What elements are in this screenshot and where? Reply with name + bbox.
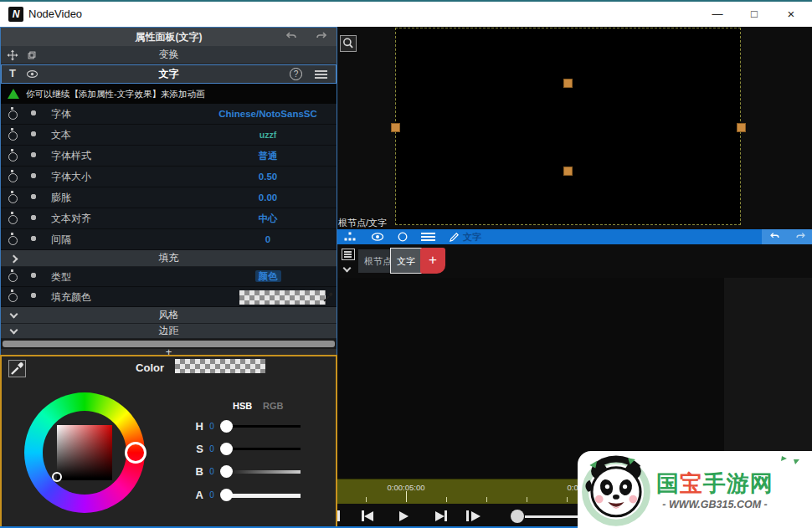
- gear-icon[interactable]: [31, 152, 36, 157]
- preview-canvas[interactable]: [395, 28, 741, 225]
- edit-pencil-icon[interactable]: [449, 232, 460, 243]
- leaf-icon: [779, 454, 800, 469]
- keyframe-clock-icon[interactable]: [8, 110, 18, 120]
- property-value[interactable]: 中心: [205, 208, 331, 229]
- skip-to-start-button[interactable]: [362, 510, 373, 522]
- section-text[interactable]: T 文字 ?: [1, 64, 337, 84]
- section-fill[interactable]: 填充: [1, 250, 337, 267]
- slider-knob[interactable]: [220, 443, 233, 455]
- redo-icon[interactable]: [315, 30, 330, 44]
- keyframe-clock-icon[interactable]: [8, 236, 18, 245]
- layers-menu-icon[interactable]: [421, 233, 435, 234]
- keyframe-clock-icon[interactable]: [8, 152, 18, 161]
- slider-track[interactable]: [229, 470, 301, 474]
- section-style[interactable]: 风格: [1, 307, 337, 324]
- property-value[interactable]: uzzf: [205, 125, 331, 146]
- saturation-selector[interactable]: [52, 472, 62, 482]
- brightness-slider[interactable]: [220, 464, 304, 479]
- slider-value[interactable]: 0: [203, 444, 220, 454]
- step-forward-button[interactable]: [466, 510, 481, 522]
- eyedropper-button[interactable]: [8, 360, 26, 377]
- selection-handle-bottom[interactable]: [563, 167, 573, 176]
- node-tabs-row: 根节点 文字 +: [337, 244, 812, 278]
- fill-color-swatch[interactable]: [239, 290, 326, 305]
- gear-icon[interactable]: [31, 215, 36, 220]
- circle-icon[interactable]: [398, 232, 408, 242]
- property-row-expand[interactable]: 膨胀 0.00: [1, 187, 337, 208]
- property-row-text[interactable]: 文本 uzzf: [1, 125, 337, 146]
- keyframe-clock-icon[interactable]: [8, 293, 18, 302]
- close-button[interactable]: ×: [777, 2, 805, 27]
- property-value[interactable]: 0.00: [205, 187, 331, 208]
- undo-icon[interactable]: [285, 30, 300, 44]
- gear-icon[interactable]: [31, 194, 36, 199]
- property-row-fill-color[interactable]: 填充颜色: [1, 287, 337, 307]
- slider-value[interactable]: 0: [203, 467, 220, 476]
- gear-icon[interactable]: [31, 110, 36, 115]
- slider-value[interactable]: 0: [203, 422, 220, 431]
- zoom-tool-icon[interactable]: [340, 35, 357, 52]
- node-list-button[interactable]: [340, 247, 360, 275]
- skip-to-end-button[interactable]: [435, 510, 447, 522]
- slider-row-a: A 0: [190, 487, 304, 502]
- property-row-fill-type[interactable]: 类型 颜色: [1, 267, 337, 287]
- property-value[interactable]: 普通: [205, 146, 331, 167]
- property-row-font-style[interactable]: 字体样式 普通: [1, 146, 337, 167]
- timeline-area[interactable]: [337, 278, 812, 479]
- property-row-align[interactable]: 文本对齐 中心: [1, 208, 337, 229]
- selection-handle-left[interactable]: [391, 123, 400, 132]
- gear-icon[interactable]: [31, 273, 36, 278]
- eyedropper-icon[interactable]: [322, 291, 334, 303]
- tab-rgb[interactable]: RGB: [263, 401, 283, 411]
- add-node-button[interactable]: +: [420, 248, 445, 274]
- property-value[interactable]: 0: [205, 229, 331, 250]
- tab-hsb[interactable]: HSB: [233, 401, 252, 411]
- property-row-font-size[interactable]: 字体大小 0.50: [1, 167, 337, 187]
- gear-icon[interactable]: [31, 131, 36, 136]
- play-button[interactable]: [399, 510, 409, 522]
- gear-icon[interactable]: [31, 173, 36, 178]
- selection-handle-right[interactable]: [737, 123, 746, 132]
- slider-knob[interactable]: [220, 465, 233, 478]
- slider-knob[interactable]: [220, 489, 233, 501]
- scrub-slider-knob[interactable]: [511, 510, 524, 523]
- node-tree-icon[interactable]: [344, 232, 356, 242]
- slider-track[interactable]: [229, 448, 301, 450]
- selection-handle-top[interactable]: [563, 79, 573, 88]
- current-color-swatch[interactable]: [175, 359, 265, 373]
- property-value[interactable]: 颜色: [205, 267, 331, 285]
- keyframe-clock-icon[interactable]: [8, 173, 18, 182]
- gear-icon[interactable]: [31, 236, 36, 241]
- hue-slider[interactable]: [220, 418, 304, 433]
- slider-value[interactable]: 0: [203, 490, 220, 500]
- redo-icon[interactable]: [794, 231, 807, 243]
- visibility-eye-icon[interactable]: [371, 231, 384, 243]
- section-transform[interactable]: 变换: [1, 46, 337, 64]
- keyframe-clock-icon[interactable]: [8, 194, 18, 203]
- property-value[interactable]: 0.50: [205, 167, 331, 187]
- help-icon[interactable]: ?: [290, 68, 302, 80]
- keyframe-clock-icon[interactable]: [8, 215, 18, 224]
- gear-icon[interactable]: [31, 293, 36, 298]
- saturation-slider[interactable]: [220, 441, 304, 456]
- tab-text-node[interactable]: 文字: [390, 248, 422, 274]
- slider-track[interactable]: [229, 494, 301, 498]
- property-value[interactable]: Chinese/NotoSansSC: [205, 104, 331, 125]
- alpha-slider[interactable]: [220, 487, 304, 502]
- saturation-brightness-square[interactable]: [57, 425, 112, 480]
- slider-track[interactable]: [229, 425, 301, 428]
- menu-icon[interactable]: [315, 70, 327, 72]
- slider-knob[interactable]: [220, 420, 233, 433]
- keyframe-clock-icon[interactable]: [8, 273, 18, 282]
- section-margin[interactable]: 边距: [1, 324, 337, 339]
- property-row-font[interactable]: 字体 Chinese/NotoSansSC: [1, 104, 337, 125]
- minimize-button[interactable]: —: [703, 2, 732, 27]
- property-row-spacing[interactable]: 间隔 0: [1, 229, 337, 250]
- ruler-tick: [486, 497, 487, 502]
- hue-selector[interactable]: [125, 442, 146, 464]
- keyframe-clock-icon[interactable]: [8, 131, 18, 141]
- fill-type-value[interactable]: 颜色: [255, 270, 281, 282]
- undo-icon[interactable]: [768, 231, 781, 243]
- maximize-button[interactable]: □: [740, 2, 768, 27]
- notice-row: 你可以继续【添加属性-文字效果】来添加动画: [1, 84, 337, 104]
